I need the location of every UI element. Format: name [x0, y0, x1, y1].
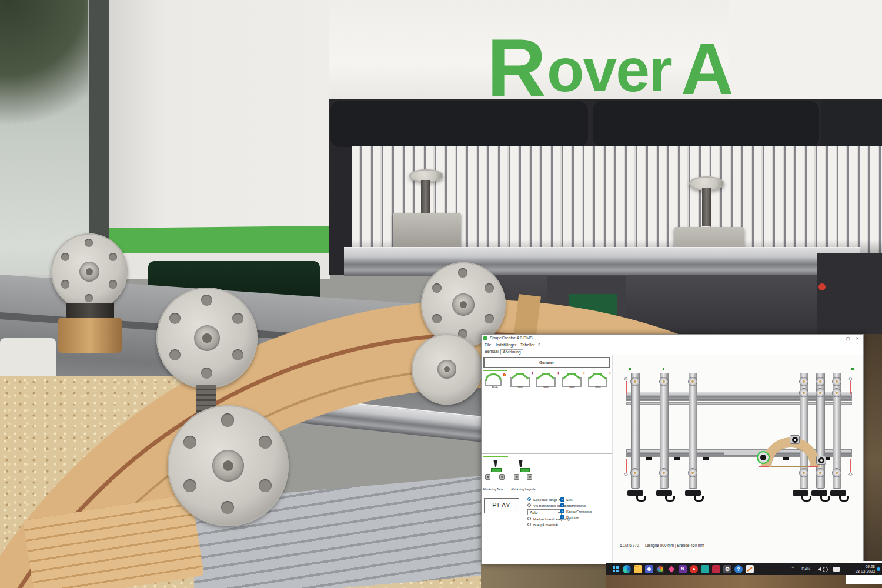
volume-icon[interactable]	[818, 567, 821, 571]
generer-button[interactable]: Generer	[483, 357, 610, 368]
checkbox-boringer[interactable]: ✓	[560, 515, 564, 519]
beam-nub	[703, 457, 709, 460]
checkbox-label: Topfræsning	[566, 503, 586, 507]
rail-pod	[688, 468, 697, 477]
auto-dropdown[interactable]: Auto ▾	[527, 509, 562, 515]
radio-spejl-bue[interactable]	[527, 497, 531, 501]
notes-icon[interactable]	[746, 565, 754, 573]
network-icon[interactable]	[823, 567, 828, 572]
photos-icon[interactable]	[656, 565, 664, 573]
onenote-icon[interactable]: N	[679, 565, 687, 573]
title-bar[interactable]: ShapeCreator 4.0 DMS – ▢ ✕	[482, 335, 863, 342]
machining-thumb-label: Afvirkning bagside	[511, 487, 536, 490]
rail-foot	[627, 490, 643, 496]
machine-beam	[344, 247, 860, 276]
panel-divider	[482, 453, 612, 454]
beam-nub	[674, 457, 680, 460]
rail-pod	[659, 377, 669, 386]
wood-shavings-left	[0, 376, 200, 588]
checkbox-label: Snit	[566, 497, 572, 501]
shape-error-badge: !	[532, 371, 533, 376]
rail-foot-hook	[820, 496, 830, 502]
app-pink-icon[interactable]	[667, 565, 676, 573]
bumper-far-right	[821, 101, 882, 154]
machine-front-panel-right	[729, 0, 882, 106]
green-stripe	[109, 226, 330, 255]
start-icon[interactable]	[612, 565, 620, 573]
menu-file[interactable]: File	[485, 343, 491, 347]
checkbox-topfraesning[interactable]: ✓	[560, 503, 564, 507]
maximize-button[interactable]: ▢	[843, 335, 853, 342]
checkbox-konturfraesning[interactable]: ✓	[560, 509, 564, 513]
pod-1-column	[66, 303, 114, 344]
radio-label: Bue på overmål	[533, 523, 558, 526]
extent-marker	[629, 368, 631, 370]
menu-help[interactable]: ?	[538, 343, 540, 347]
bumper-right	[593, 101, 819, 147]
status-machine-code: 6.1M 6.770	[620, 543, 639, 547]
rail-foot	[811, 490, 827, 496]
wood-shavings-bottom	[176, 541, 488, 588]
radio-bue-overmaal[interactable]	[527, 523, 531, 526]
alu-rail-mid	[276, 395, 488, 443]
machining-thumb-bagside[interactable]	[512, 459, 536, 486]
rail-pod	[816, 468, 825, 477]
rail-pod	[799, 468, 808, 477]
app-icon	[483, 336, 487, 340]
wall-below-stripe	[109, 253, 330, 279]
tray-folder-icon[interactable]	[833, 567, 840, 572]
app-teal-icon[interactable]	[701, 565, 709, 573]
shape-error-badge: !	[557, 371, 559, 376]
app-crimson-icon[interactable]	[712, 565, 720, 573]
settings-icon[interactable]: ⚙	[723, 565, 731, 573]
rail-foot	[685, 490, 701, 496]
screenshot-root: R over A	[0, 0, 882, 588]
edge-icon[interactable]	[623, 565, 631, 573]
menu-indstillinger[interactable]: Indstillinger	[496, 343, 516, 347]
tray-language[interactable]: DAN	[801, 567, 810, 579]
floor-below-window	[481, 562, 606, 588]
rail-pod	[816, 388, 825, 397]
menu-tabeller[interactable]: Tabeller	[520, 343, 535, 347]
machine-wall-left	[109, 0, 333, 230]
shape-selected-indicator	[483, 370, 507, 371]
menu-bar: File Indstillinger Tabeller ?	[482, 342, 863, 349]
dimension-diamond	[848, 472, 853, 476]
taskbar-clock[interactable]: 09:28 28-03-2023	[856, 564, 875, 574]
clock-time: 09:28	[856, 564, 875, 569]
machine-diagram-viewport[interactable]: 6.1M 6.770 Længde 900 mm | Bredde 460 mm…	[612, 355, 863, 564]
tray-caret[interactable]: ^	[792, 566, 794, 577]
radio-vis-horisontale[interactable]	[527, 503, 531, 507]
brush-curtain	[352, 146, 882, 263]
machining-thumb-tabs[interactable]	[484, 459, 507, 486]
close-button[interactable]: ✕	[853, 335, 862, 342]
window-frame	[89, 0, 109, 282]
rail-pod	[832, 388, 841, 397]
shape-label: fdsk	[589, 385, 607, 388]
tool-head-left	[388, 169, 465, 258]
radio-marker-bue[interactable]	[527, 517, 531, 520]
help-icon[interactable]: ?	[734, 565, 743, 573]
teams-icon[interactable]	[645, 565, 653, 573]
tab-bemaal[interactable]: Bemaal	[483, 349, 500, 353]
vacuum-pod-5	[412, 334, 482, 405]
minimize-button[interactable]: –	[833, 335, 842, 342]
app-red-icon[interactable]	[690, 565, 698, 573]
notification-dot[interactable]	[877, 567, 880, 571]
bumper-left	[330, 101, 588, 147]
window-title: ShapeCreator 4.0 DMS	[490, 336, 533, 340]
tab-row: Bemaal Afvirkning	[482, 349, 863, 355]
curtain-shadow	[352, 240, 882, 265]
bed-rails-left	[0, 275, 488, 438]
chevron-down-icon: ▾	[558, 510, 560, 516]
checkbox-label: Boringer	[566, 515, 580, 519]
window-sill	[0, 275, 112, 293]
machine-cavity	[329, 99, 882, 275]
rail-pod	[832, 377, 841, 386]
tab-afvirkning[interactable]: Afvirkning	[500, 349, 523, 355]
floor-below-taskbar	[606, 575, 882, 588]
checkbox-snit[interactable]: ✓	[560, 497, 564, 502]
extent-marker	[851, 368, 854, 370]
play-button[interactable]: PLAY	[484, 498, 519, 513]
file-explorer-icon[interactable]	[634, 565, 642, 573]
